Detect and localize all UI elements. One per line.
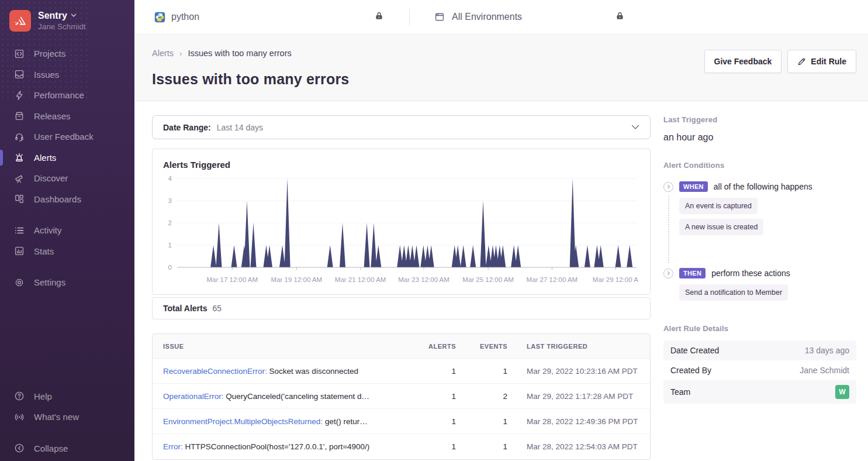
issue-link[interactable]: Error: (163, 442, 183, 451)
total-alerts-bar: Total Alerts 65 (152, 297, 651, 319)
condition-chip: A new issue is created (679, 219, 763, 235)
sidebar-item-activity[interactable]: Activity (0, 220, 134, 241)
date-range-select[interactable]: Date Range: Last 14 days (152, 115, 651, 139)
sidebar-item-help[interactable]: Help (0, 386, 134, 407)
then-badge: THEN (679, 268, 706, 278)
alerts-triggered-chart: 01234Mar 17 12:00 AMMar 19 12:00 AMMar 2… (162, 172, 641, 291)
issue-description: HTTPSConnectionPool(host='127.0.0.1', po… (183, 442, 370, 451)
python-icon (154, 12, 165, 23)
sidebar-item-releases[interactable]: Releases (0, 106, 134, 127)
environment-name: All Environments (452, 12, 522, 22)
detail-row: Team W (663, 380, 856, 404)
sidebar: Sentry Jane Schmidt Projects Issues Perf… (0, 0, 134, 461)
project-selector[interactable]: python (154, 12, 199, 23)
chart-title: Alerts Triggered (163, 160, 641, 170)
collapse-icon (13, 442, 25, 454)
sidebar-item-performance[interactable]: Performance (0, 85, 134, 106)
issue-description: Socket was disconnected (267, 367, 358, 376)
sidebar-item-label: Dashboards (34, 194, 81, 204)
events-count: 1 (456, 417, 507, 426)
sidebar-item-label: Discover (34, 173, 68, 183)
sidebar-item-label: Alerts (34, 153, 56, 163)
sidebar-item-label: Activity (34, 225, 62, 235)
sidebar-item-label: User Feedback (34, 132, 94, 142)
sidebar-item-dashboards[interactable]: Dashboards (0, 189, 134, 210)
alerts-count: 1 (420, 392, 456, 401)
page-header: Alerts › Issues with too many errors Iss… (134, 34, 868, 101)
nav-divider (0, 262, 134, 272)
alerts-count: 1 (420, 442, 456, 451)
alert-rule-details: Date Created 13 days ago Created By Jane… (663, 340, 856, 404)
environment-selector[interactable]: All Environments (434, 12, 522, 22)
nav-divider (0, 428, 134, 438)
sidebar-item-stats[interactable]: Stats (0, 241, 134, 262)
condition-connector (668, 195, 669, 263)
issues-icon (13, 68, 25, 80)
detail-value: Jane Schmidt (800, 366, 849, 375)
sidebar-item-label: Projects (34, 49, 65, 59)
sidebar-item-label: Issues (34, 70, 59, 80)
sidebar-item-issues[interactable]: Issues (0, 64, 134, 85)
sidebar-item-label: Help (34, 391, 52, 401)
chevron-right-circle-icon (663, 269, 673, 278)
nav-divider (0, 209, 134, 220)
events-count: 1 (456, 442, 507, 451)
give-feedback-label: Give Feedback (714, 57, 772, 66)
activity-icon (13, 225, 25, 236)
alert-conditions: WHEN all of the following happens An eve… (663, 181, 856, 301)
svg-text:Mar 17 12:00 AM: Mar 17 12:00 AM (207, 276, 258, 283)
sidebar-item-settings[interactable]: Settings (0, 272, 134, 293)
chevron-right-icon: › (179, 49, 182, 58)
column-last-triggered: LAST TRIGGERED (507, 343, 639, 350)
last-triggered-value: an hour ago (663, 132, 856, 143)
chevron-right-circle-icon (663, 182, 673, 192)
performance-icon (13, 90, 25, 101)
issue-link[interactable]: OperationalError: (163, 392, 224, 401)
sidebar-collapse-button[interactable]: Collapse (0, 438, 134, 459)
edit-rule-button[interactable]: Edit Rule (787, 50, 856, 73)
settings-icon (13, 277, 25, 288)
user-feedback-icon (13, 131, 25, 143)
date-range-value: Last 14 days (217, 123, 263, 132)
detail-label: Team (670, 387, 690, 397)
svg-text:1: 1 (168, 242, 172, 249)
table-row: OperationalError: QueryCanceled('canceli… (153, 384, 650, 409)
team-avatar-badge[interactable]: W (835, 385, 849, 399)
column-events: EVENTS (456, 343, 507, 350)
topbar-divider (409, 8, 410, 26)
sidebar-item-discover[interactable]: Discover (0, 168, 134, 189)
detail-row: Created By Jane Schmidt (663, 360, 856, 380)
dashboards-icon (13, 193, 25, 205)
environment-lock-icon[interactable] (615, 11, 624, 23)
sidebar-item-user-feedback[interactable]: User Feedback (0, 126, 134, 147)
breadcrumb-alerts-link[interactable]: Alerts (152, 49, 174, 58)
projects-icon (13, 48, 25, 60)
give-feedback-button[interactable]: Give Feedback (704, 50, 782, 73)
sidebar-item-alerts[interactable]: Alerts (0, 147, 134, 168)
total-alerts-label: Total Alerts (163, 304, 207, 313)
table-header: ISSUE ALERTS EVENTS LAST TRIGGERED (153, 334, 650, 359)
sidebar-item-label: Stats (34, 246, 54, 256)
svg-text:Mar 19 12:00 AM: Mar 19 12:00 AM (271, 276, 323, 283)
alerts-icon (13, 152, 25, 163)
when-text: all of the following happens (714, 182, 812, 191)
issues-table: ISSUE ALERTS EVENTS LAST TRIGGERED Recov… (152, 333, 651, 460)
issue-link[interactable]: RecoverableConnectionError: (163, 367, 267, 376)
org-switcher[interactable]: Sentry Jane Schmidt (0, 0, 134, 43)
issue-link[interactable]: EnvironmentProject.MultipleObjectsReturn… (163, 417, 323, 426)
whats-new-icon (13, 411, 25, 423)
detail-label: Created By (670, 366, 711, 375)
releases-icon (13, 110, 25, 122)
svg-text:Mar 25 12:00 AM: Mar 25 12:00 AM (462, 276, 514, 283)
sidebar-item-whats-new[interactable]: What's new (0, 407, 134, 428)
then-items: Send a notification to Member (679, 284, 856, 301)
alerts-count: 1 (420, 367, 456, 376)
sidebar-item-label: Releases (34, 111, 71, 121)
main-area: python All Environments Alerts › Issues … (134, 0, 868, 461)
project-lock-icon[interactable] (375, 11, 383, 23)
page-title: Issues with too many errors (152, 71, 349, 88)
content: Date Range: Last 14 days Alerts Triggere… (134, 101, 868, 461)
sidebar-nav: Projects Issues Performance Releases Use… (0, 43, 134, 293)
sidebar-item-projects[interactable]: Projects (0, 43, 134, 64)
when-step: WHEN all of the following happens (663, 181, 856, 192)
